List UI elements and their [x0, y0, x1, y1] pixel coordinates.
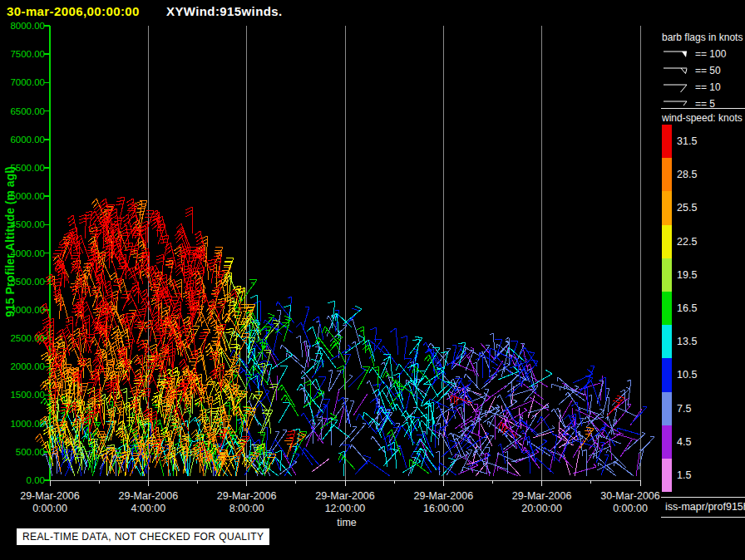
- y-tick-label: 0.00: [0, 475, 45, 485]
- colorbar-tick-label: 31.5: [677, 135, 697, 147]
- x-tick-label: 29-Mar-200620:00:00: [502, 490, 582, 515]
- colorbar-segment: [662, 225, 672, 258]
- barb-legend-label: == 50: [695, 65, 721, 76]
- y-axis-title: 915 Profiler Altitude (m agl): [3, 76, 17, 408]
- barb-full-icon: [662, 81, 690, 93]
- wind-barb-plot: [0, 0, 745, 560]
- wind-barbs-ee86ee: [312, 386, 580, 476]
- colorbar-tick-label: 28.5: [677, 169, 697, 180]
- quality-watermark: REAL-TIME DATA, NOT CHECKED FOR QUALITY: [17, 528, 269, 545]
- y-tick-label: 1000.00: [0, 419, 45, 429]
- colorbar-segment: [662, 425, 672, 459]
- colorbar-segment: [662, 292, 672, 325]
- colorbar-tick-label: 1.5: [677, 469, 691, 481]
- y-tick-label: 7500.00: [0, 49, 45, 59]
- colorbar-tick-label: 7.5: [677, 403, 691, 415]
- flag-filled-icon: [662, 48, 690, 60]
- legend-divider: [661, 108, 745, 109]
- colorbar-segment: [662, 258, 672, 292]
- x-tick-label: 29-Mar-200612:00:00: [305, 490, 385, 515]
- barb-legend-label: == 100: [695, 48, 726, 60]
- credit-text: iss-mapr/prof915h: [665, 501, 745, 513]
- y-tick-label: 8000.00: [0, 21, 45, 31]
- colorbar-tick-label: 4.5: [677, 436, 691, 448]
- y-tick-label: 500.00: [0, 447, 45, 457]
- wind-barbs-ff7d00: [35, 199, 594, 476]
- colorbar-segment: [662, 459, 672, 492]
- colorbar-tick-label: 22.5: [677, 236, 697, 248]
- x-axis-title: time: [322, 517, 372, 528]
- colorbar-tick-label: 16.5: [677, 302, 697, 314]
- x-tick-label: 29-Mar-20068:00:00: [207, 490, 287, 515]
- barb-legend-title: barb flags in knots: [662, 32, 745, 43]
- flag-open-icon: [662, 65, 690, 76]
- colorbar-tick-label: 13.5: [677, 336, 697, 347]
- credit-divider-bottom: [661, 517, 745, 518]
- x-tick-label: 29-Mar-20064:00:00: [108, 490, 188, 515]
- wind-speed-colorbar: [662, 125, 672, 492]
- x-tick-label: 29-Mar-200616:00:00: [403, 490, 483, 515]
- colorbar-tick-label: 25.5: [677, 202, 697, 214]
- colorbar-segment: [662, 392, 672, 425]
- barb-legend-row: == 50: [662, 62, 745, 79]
- colorbar-segment: [662, 325, 672, 358]
- x-tick-label: 30-Mar-20060:00:00: [590, 490, 670, 515]
- colorbar-tick-label: 19.5: [677, 269, 697, 281]
- colorbar-title: wind-speed: knots: [662, 112, 745, 124]
- barb-legend-label: == 10: [695, 81, 721, 93]
- colorbar-tick-label: 10.5: [677, 369, 697, 381]
- colorbar-segment: [662, 158, 672, 191]
- colorbar-segment: [662, 125, 672, 158]
- barb-legend-row: == 100: [662, 46, 745, 62]
- wind-profiler-screen: 30-mar-2006,00:00:00 XYWind:915winds. 0.…: [0, 0, 745, 560]
- colorbar-segment: [662, 358, 672, 391]
- barb-legend-row: == 10: [662, 79, 745, 96]
- colorbar-segment: [662, 191, 672, 224]
- credit-divider-top: [661, 497, 745, 498]
- x-tick-label: 29-Mar-20060:00:00: [10, 490, 90, 515]
- barb-legend-row: == 5: [662, 96, 745, 112]
